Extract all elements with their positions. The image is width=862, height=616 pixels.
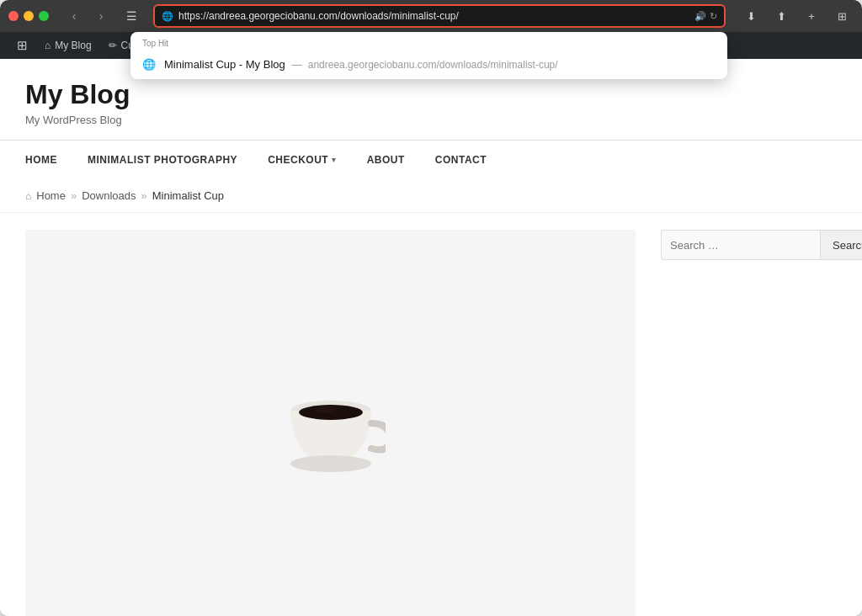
globe-icon: 🌐: [142, 58, 156, 71]
sidebar-toggle-button[interactable]: ☰: [120, 5, 143, 27]
address-bar[interactable]: 🌐 https://andreea.georgeciobanu.com/down…: [153, 4, 726, 28]
minimize-button[interactable]: [24, 11, 34, 21]
new-tab-button[interactable]: +: [800, 5, 823, 27]
search-input[interactable]: [661, 230, 820, 260]
breadcrumb-home-icon: ⌂: [25, 190, 31, 202]
back-button[interactable]: ‹: [62, 5, 86, 27]
forward-button[interactable]: ›: [89, 5, 113, 27]
svg-point-1: [290, 455, 371, 472]
nav-buttons: ‹ ›: [62, 5, 113, 27]
coffee-cup-svg: [276, 364, 386, 482]
tab-grid-button[interactable]: ⊞: [830, 5, 854, 27]
breadcrumb-sep-1: »: [71, 189, 77, 202]
autocomplete-url: andreea.georgeciobanu.com/downloads/mini…: [308, 59, 558, 71]
page-content: My Blog My WordPress Blog HOME MINIMALIS…: [0, 59, 862, 616]
site-icon: 🌐: [162, 11, 173, 22]
autocomplete-dropdown: Top Hit 🌐 Minimalist Cup - My Blog — and…: [130, 32, 727, 79]
url-text: https://andreea.georgeciobanu.com/downlo…: [178, 10, 689, 22]
breadcrumb: ⌂ Home » Downloads » Minimalist Cup: [0, 179, 862, 213]
search-button[interactable]: Search: [820, 230, 862, 260]
share-button[interactable]: ⬆: [769, 5, 793, 27]
autocomplete-title: Minimalist Cup - My Blog — andreea.georg…: [164, 58, 558, 71]
product-image: [25, 230, 636, 616]
nav-minimalist-photography[interactable]: MINIMALIST PHOTOGRAPHY: [72, 141, 253, 179]
breadcrumb-downloads-link[interactable]: Downloads: [82, 189, 136, 202]
wp-logo-item[interactable]: ⊞: [8, 32, 36, 59]
search-widget: Search: [661, 230, 837, 260]
nav-contact[interactable]: CONTACT: [420, 141, 502, 179]
traffic-lights: [8, 11, 49, 21]
autocomplete-separator: —: [291, 59, 304, 71]
maximize-button[interactable]: [39, 11, 49, 21]
volume-button[interactable]: 🔊: [694, 11, 706, 22]
home-icon: ⌂: [45, 40, 51, 51]
site-title: My Blog: [25, 79, 837, 110]
breadcrumb-home-link[interactable]: Home: [36, 189, 66, 202]
sidebar: Search: [661, 230, 837, 616]
close-button[interactable]: [8, 11, 19, 21]
breadcrumb-current: Minimalist Cup: [152, 189, 224, 202]
checkout-chevron-icon: ▾: [332, 156, 337, 164]
address-actions: 🔊 ↻: [694, 11, 717, 22]
site-nav: HOME MINIMALIST PHOTOGRAPHY CHECKOUT ▾ A…: [0, 140, 862, 179]
downloads-button[interactable]: ⬇: [739, 5, 763, 27]
myblog-label: My Blog: [55, 40, 91, 51]
breadcrumb-sep-2: »: [141, 189, 147, 202]
nav-about[interactable]: ABOUT: [352, 141, 420, 179]
refresh-button[interactable]: ↻: [710, 11, 717, 22]
autocomplete-item[interactable]: 🌐 Minimalist Cup - My Blog — andreea.geo…: [130, 51, 727, 79]
titlebar-right: ⬇ ⬆ + ⊞: [739, 5, 854, 27]
nav-home[interactable]: HOME: [25, 141, 72, 179]
nav-checkout[interactable]: CHECKOUT ▾: [253, 141, 352, 179]
browser-window: ‹ › ☰ 🌐 https://andreea.georgeciobanu.co…: [0, 0, 862, 616]
svg-point-3: [315, 406, 335, 413]
site-tagline: My WordPress Blog: [25, 114, 837, 126]
wp-logo-icon: ⊞: [17, 38, 28, 53]
top-hit-label: Top Hit: [130, 32, 727, 51]
titlebar: ‹ › ☰ 🌐 https://andreea.georgeciobanu.co…: [0, 0, 862, 32]
customize-icon: ✏: [109, 40, 117, 51]
wp-myblog-item[interactable]: ⌂ My Blog: [36, 32, 100, 59]
main-layout: Search: [0, 213, 862, 616]
